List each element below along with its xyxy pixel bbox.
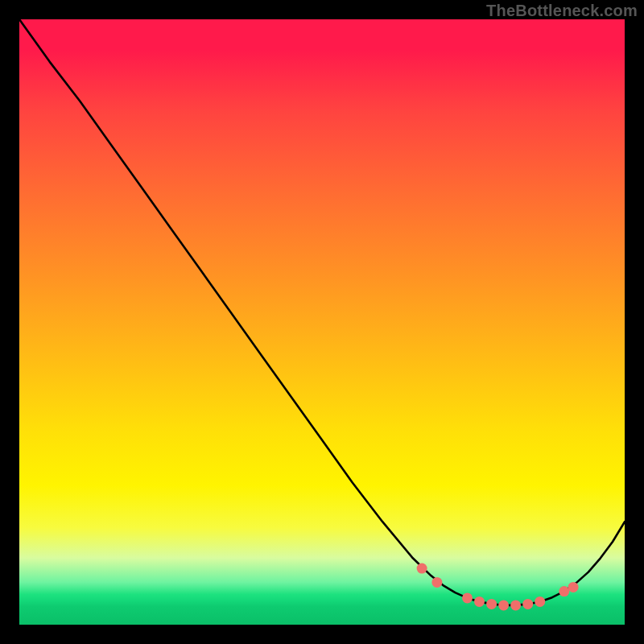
chart-frame: TheBottleneck.com — [0, 0, 644, 644]
plot-area — [19, 19, 625, 625]
watermark-text: TheBottleneck.com — [486, 2, 638, 20]
background-gradient — [19, 19, 625, 625]
